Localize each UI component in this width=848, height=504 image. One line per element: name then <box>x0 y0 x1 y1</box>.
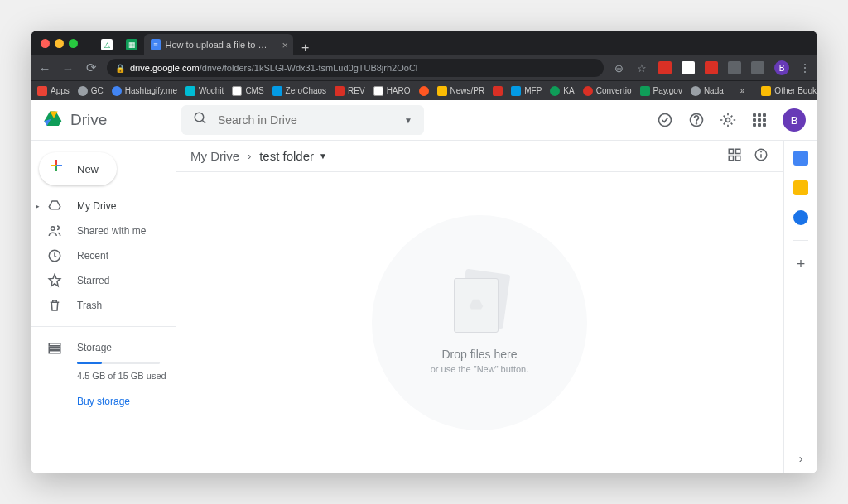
tab-2-active[interactable]: ≡ How to upload a file to Google D × <box>144 34 293 55</box>
profile-avatar[interactable]: B <box>774 60 789 75</box>
reload-button[interactable]: ⟳ <box>84 60 99 75</box>
lock-icon: 🔒 <box>115 64 125 73</box>
extension-1-icon[interactable] <box>658 61 672 74</box>
bookmark-wochit[interactable]: Wochit <box>186 86 224 96</box>
bookmark-9[interactable] <box>493 86 503 96</box>
extension-4-icon[interactable] <box>728 61 741 74</box>
bookmark-paygov[interactable]: Pay.gov <box>640 86 682 96</box>
google-apps-icon[interactable] <box>751 112 768 128</box>
extension-5-icon[interactable] <box>751 61 764 74</box>
svg-point-4 <box>696 123 697 124</box>
settings-icon[interactable] <box>720 112 736 128</box>
drive-header: Drive ▼ B <box>31 100 817 140</box>
drop-title: Drop files here <box>441 348 517 361</box>
extension-2-icon[interactable] <box>682 61 695 74</box>
svg-point-6 <box>51 227 55 231</box>
favicon-icon <box>272 86 282 96</box>
breadcrumb-root[interactable]: My Drive <box>190 149 239 163</box>
nav-trash[interactable]: Trash <box>31 293 176 318</box>
svg-rect-14 <box>736 156 740 160</box>
address-bar: ← → ⟳ 🔒 drive.google.com/drive/folders/1… <box>31 55 817 80</box>
storage-section: Storage 4.5 GB of 15 GB used Buy storage <box>31 335 176 407</box>
side-panel: + › <box>784 141 817 473</box>
breadcrumb-current[interactable]: test folder▼ <box>259 149 327 163</box>
help-icon[interactable] <box>688 112 705 128</box>
nav-shared[interactable]: Shared with me <box>31 218 176 243</box>
globe-icon <box>78 86 88 96</box>
keep-icon[interactable] <box>793 180 808 195</box>
drop-zone: Drop files here or use the "New" button. <box>372 215 587 430</box>
titlebar: △ ▦ ≡ How to upload a file to Google D ×… <box>31 31 817 55</box>
favicon-icon <box>640 86 650 96</box>
drive-icon <box>47 199 62 214</box>
storage-used-text: 4.5 GB of 15 GB used <box>77 371 176 381</box>
docs-favicon: ≡ <box>151 39 161 50</box>
bookmark-cms[interactable]: CMS <box>232 86 263 96</box>
bookmark-nada[interactable]: Nada <box>691 86 724 96</box>
storage-bar <box>77 362 160 364</box>
drive-logo-text: Drive <box>70 111 107 129</box>
folder-icon <box>437 86 447 96</box>
tab-0[interactable]: △ <box>94 34 119 55</box>
bookmark-rev[interactable]: REV <box>335 86 365 96</box>
bookmark-gc[interactable]: GC <box>78 86 104 96</box>
bookmark-zerochaos[interactable]: ZeroChaos <box>272 86 326 96</box>
account-avatar[interactable]: B <box>783 108 806 132</box>
nav-storage[interactable]: Storage <box>47 335 176 360</box>
breadcrumb-row: My Drive › test folder▼ <box>176 141 783 172</box>
grid-view-icon[interactable] <box>727 147 742 166</box>
bookmark-ka[interactable]: KA <box>550 86 574 96</box>
svg-rect-9 <box>49 347 60 349</box>
calendar-icon[interactable] <box>793 151 808 166</box>
forward-button[interactable]: → <box>60 61 75 75</box>
hide-panel-icon[interactable]: › <box>799 452 803 473</box>
tab-1[interactable]: ▦ <box>119 34 144 55</box>
extension-3-icon[interactable] <box>705 61 718 74</box>
apps-bookmark[interactable]: Apps <box>37 86 70 96</box>
new-tab-button[interactable]: + <box>293 41 317 55</box>
window-minimize-button[interactable] <box>55 39 64 48</box>
empty-folder-area[interactable]: Drop files here or use the "New" button. <box>176 172 783 473</box>
nav-my-drive[interactable]: ▸ My Drive <box>31 194 176 218</box>
bookmark-convertio[interactable]: Convertio <box>583 86 632 96</box>
other-bookmarks[interactable]: Other Bookmarks <box>761 86 817 96</box>
favicon-icon <box>419 86 429 96</box>
install-icon[interactable]: ⊕ <box>612 61 625 74</box>
search-options-icon[interactable]: ▼ <box>404 116 412 125</box>
svg-rect-12 <box>736 149 740 153</box>
chevron-down-icon: ▼ <box>319 151 327 161</box>
search-box[interactable]: ▼ <box>181 105 424 135</box>
url-text: drive.google.com/drive/folders/1kSLGl-Wd… <box>130 63 595 73</box>
drop-subtitle: or use the "New" button. <box>431 364 529 374</box>
add-addon-icon[interactable]: + <box>797 256 806 273</box>
chevron-right-icon: › <box>248 151 251 162</box>
omnibox[interactable]: 🔒 drive.google.com/drive/folders/1kSLGl-… <box>107 59 604 77</box>
search-input[interactable] <box>218 113 394 127</box>
buy-storage-link[interactable]: Buy storage <box>77 396 176 407</box>
bookmark-hashtagify[interactable]: Hashtagify.me <box>112 86 177 96</box>
info-icon[interactable] <box>754 147 768 166</box>
nav-list: ▸ My Drive Shared with me Recent S <box>31 194 176 318</box>
tab-close-icon[interactable]: × <box>282 39 288 51</box>
bookmarks-overflow[interactable]: » <box>740 86 745 95</box>
window-close-button[interactable] <box>41 39 50 48</box>
nav-starred[interactable]: Starred <box>31 268 176 293</box>
globe-icon <box>691 86 701 96</box>
nav-recent[interactable]: Recent <box>31 243 176 268</box>
bookmark-7[interactable] <box>419 86 429 96</box>
bookmark-star-icon[interactable]: ☆ <box>635 61 648 74</box>
bookmark-mfp[interactable]: MFP <box>511 86 542 96</box>
browser-menu-icon[interactable]: ⋮ <box>799 61 811 74</box>
ready-offline-icon[interactable] <box>657 112 673 128</box>
bookmarks-bar: Apps GC Hashtagify.me Wochit CMS ZeroCha… <box>31 80 817 100</box>
window-maximize-button[interactable] <box>69 39 78 48</box>
drive-logo[interactable]: Drive <box>42 108 175 132</box>
expand-arrow-icon[interactable]: ▸ <box>36 202 40 210</box>
new-button[interactable]: New <box>39 152 117 185</box>
tasks-icon[interactable] <box>793 210 808 225</box>
svg-point-5 <box>726 118 730 122</box>
favicon-icon <box>335 86 344 96</box>
back-button[interactable]: ← <box>37 61 52 75</box>
bookmark-haro[interactable]: HARO <box>373 86 411 96</box>
bookmark-newspr[interactable]: News/PR <box>437 86 485 96</box>
